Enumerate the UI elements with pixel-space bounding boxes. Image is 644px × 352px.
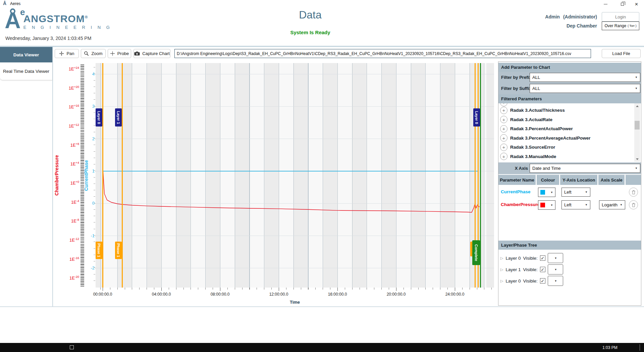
visible-checkbox[interactable] [540, 255, 545, 261]
add-parameter-header: Add Parameter to Chart [498, 63, 641, 72]
user-role: (Administrator) [563, 14, 597, 19]
expander-icon[interactable]: ▷ [500, 267, 503, 272]
scroll-down-icon[interactable] [634, 156, 640, 162]
add-parameter-icon[interactable]: + [500, 144, 507, 151]
expander-icon[interactable]: ▷ [500, 256, 503, 260]
chamber-label: Dep Chamber [567, 23, 597, 29]
filter-suffix-label: Filter by Suffix [501, 86, 531, 91]
axis-scale-dropdown[interactable]: Logarith [599, 200, 625, 209]
scrollbar-thumb[interactable] [635, 121, 640, 130]
col-actions [626, 175, 641, 185]
sidebar: Data Viewer Real Time Data Viewer [0, 47, 53, 307]
tree-item-layer-0[interactable]: ▷Layer 0Visible: [500, 276, 638, 286]
log-axis-tick: 1E+0 [62, 179, 79, 185]
tree-item-dropdown[interactable] [548, 253, 563, 263]
colour-swatch [540, 190, 545, 195]
parameter-label: Radak 3.PercentActualPower [510, 126, 573, 131]
parameter-name: ChamberPressure [501, 202, 540, 207]
parameter-list-item[interactable]: +Radak 3.ActualRate [500, 115, 631, 124]
delete-parameter-button[interactable] [629, 200, 638, 209]
y-axis-location-dropdown[interactable]: Left [561, 200, 590, 209]
tree-item-dropdown[interactable] [548, 276, 563, 286]
x-axis-tick-label: 16:00:00.0 [322, 292, 353, 297]
visible-checkbox[interactable] [540, 267, 545, 272]
page-title: Data [0, 9, 621, 21]
filter-prefix-dropdown[interactable]: ALL [530, 73, 640, 82]
colour-dropdown[interactable] [538, 188, 555, 197]
chart-series-svg [96, 63, 494, 288]
add-parameter-icon[interactable]: + [500, 125, 507, 133]
phase-marker-line [122, 63, 123, 288]
bottom-navigation: MainSystemRecipeSetupDataAlarms [0, 307, 644, 343]
sidebar-tab-data-viewer[interactable]: Data Viewer [0, 47, 52, 62]
delete-parameter-button[interactable] [629, 188, 638, 197]
log-axis-tick: 1E-4 [62, 198, 79, 204]
parameter-label: Radak 3.PercentAverageActualPower [510, 136, 591, 141]
tree-item-layer-1[interactable]: ▷Layer 1Visible: [500, 264, 638, 274]
log-axis-tick: 1E-16 [62, 255, 79, 261]
parameter-name: CurrentPhase [501, 189, 531, 194]
visible-label: Visible: [523, 256, 538, 261]
login-button[interactable]: Login [602, 12, 639, 21]
chart-plot-area[interactable]: Layer 0Layer 1Layer 0Phase 1Phase 1Phase… [96, 63, 494, 288]
visible-label: Visible: [523, 267, 538, 272]
probe-button[interactable]: Probe [108, 49, 131, 58]
scroll-up-icon[interactable] [634, 103, 640, 109]
add-parameter-icon[interactable]: + [500, 107, 507, 114]
minimize-icon [604, 4, 607, 4]
maximize-button[interactable] [615, 0, 630, 8]
load-file-button[interactable]: Load File [602, 49, 641, 58]
parameter-row-currentphase: CurrentPhase Left [498, 186, 641, 198]
x-axis-major-tick [279, 288, 279, 291]
expander-icon[interactable]: ▷ [500, 279, 503, 283]
tree-item-layer-0[interactable]: ▷Layer 0Visible: [500, 253, 638, 263]
x-axis-tick-label: 00:00:00.0 [88, 292, 118, 297]
add-parameter-icon[interactable]: + [500, 134, 507, 142]
close-icon: × [635, 1, 638, 7]
parameter-list-item[interactable]: +Radak 3.ActualThickness [500, 106, 631, 115]
pan-button[interactable]: Pan [55, 49, 79, 58]
parameter-table-header: Parameter Name Colour Y-Axis Location Ax… [498, 175, 641, 185]
colour-swatch [540, 203, 545, 207]
filter-prefix-label: Filter by Prefix [501, 75, 531, 80]
parameter-list-item[interactable]: +Radak 3.PercentAverageActualPower [500, 134, 631, 143]
close-button[interactable]: × [629, 0, 644, 8]
col-colour: Colour [537, 175, 559, 185]
parameter-list-item[interactable]: +Radak 3.PercentActualPower [500, 124, 631, 133]
logo-subtitle: E N G I N E E R I N G [23, 25, 112, 30]
zoom-button[interactable]: Zoom [81, 49, 106, 58]
parameters-scrollbar[interactable] [634, 103, 640, 162]
phase-minor-ticks [94, 67, 95, 285]
filter-suffix-dropdown[interactable]: ALL [530, 84, 640, 93]
y-axis-location-dropdown[interactable]: Left [561, 188, 590, 197]
log-axis-tick: 1E+16 [62, 103, 79, 108]
capture-chart-button[interactable]: Capture Chart [133, 49, 170, 58]
x-axis-minor-ticks [96, 288, 494, 290]
trash-icon [632, 190, 636, 195]
x-axis-title: Time [96, 300, 494, 305]
log-axis-tick: 1E+8 [62, 141, 79, 147]
tree-item-dropdown[interactable] [548, 264, 563, 274]
log-axis-tick: 1E+20 [62, 84, 79, 90]
minimize-button[interactable] [598, 0, 613, 8]
add-parameter-icon[interactable]: + [500, 116, 507, 123]
taskbar-app-icon[interactable] [70, 345, 74, 349]
tree-item-label: Layer 0 [505, 256, 521, 261]
colour-dropdown[interactable] [538, 200, 555, 210]
file-path-input[interactable] [174, 49, 591, 58]
layer-flag: Layer 0 [96, 108, 102, 127]
visible-checkbox[interactable] [540, 278, 545, 284]
x-axis-dropdown[interactable]: Date and Time [530, 164, 640, 173]
add-parameter-icon[interactable]: + [500, 153, 507, 160]
parameter-label: Radak 3.ActualRate [510, 117, 552, 122]
parameter-list-item[interactable]: +Radak 3.ManualMode [500, 152, 631, 161]
parameter-label: Radak 3.ManualMode [510, 154, 556, 159]
chamber-pressure-readout[interactable]: Over Range ( Torr ) [602, 21, 639, 30]
x-axis-major-tick [396, 288, 396, 291]
phase-flag: Phase 1 [96, 242, 102, 259]
parameter-list-item[interactable]: +Radak 3.SourceError [500, 143, 631, 152]
sidebar-tab-realtime-data-viewer[interactable]: Real Time Data Viewer [0, 62, 52, 80]
window-title: Aeres [10, 1, 20, 6]
x-axis-select-label: X Axis [511, 166, 528, 171]
os-taskbar[interactable]: 1:03 PM [0, 343, 644, 352]
